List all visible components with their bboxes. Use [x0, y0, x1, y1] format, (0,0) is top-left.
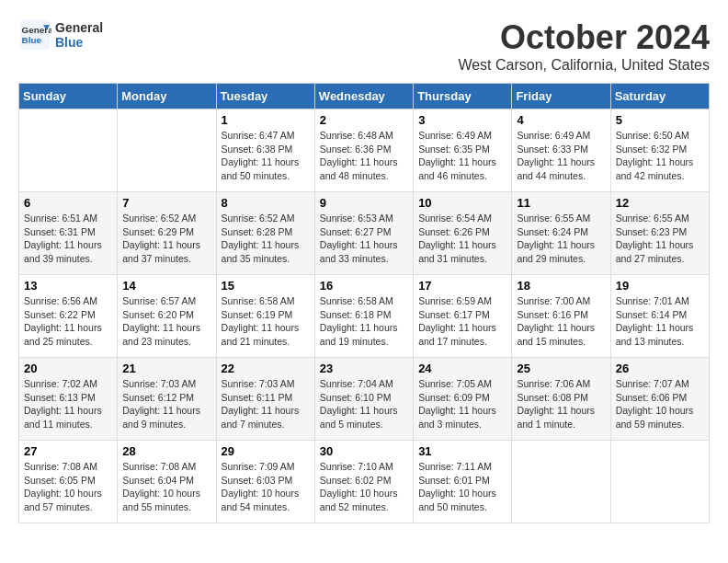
day-number: 25 [517, 362, 605, 375]
column-header-friday: Friday [512, 84, 610, 109]
day-number: 2 [320, 113, 408, 127]
day-number: 6 [24, 196, 112, 210]
day-cell: 24Sunrise: 7:05 AMSunset: 6:09 PMDayligh… [414, 358, 512, 441]
day-number: 21 [122, 362, 210, 375]
day-cell: 31Sunrise: 7:11 AMSunset: 6:01 PMDayligh… [414, 441, 512, 523]
day-number: 12 [616, 196, 704, 210]
day-cell [512, 441, 610, 523]
day-cell: 13Sunrise: 6:56 AMSunset: 6:22 PMDayligh… [19, 275, 118, 358]
day-number: 27 [24, 444, 112, 458]
day-cell: 26Sunrise: 7:07 AMSunset: 6:06 PMDayligh… [610, 358, 709, 441]
logo-icon: General Blue [18, 18, 51, 52]
day-cell: 18Sunrise: 7:00 AMSunset: 6:16 PMDayligh… [512, 275, 610, 358]
day-cell [118, 109, 216, 192]
day-cell: 1Sunrise: 6:47 AMSunset: 6:38 PMDaylight… [216, 109, 314, 192]
calendar-table: SundayMondayTuesdayWednesdayThursdayFrid… [18, 83, 710, 523]
day-number: 7 [122, 196, 210, 210]
day-cell: 11Sunrise: 6:55 AMSunset: 6:24 PMDayligh… [512, 192, 610, 275]
week-row-3: 13Sunrise: 6:56 AMSunset: 6:22 PMDayligh… [19, 275, 710, 358]
day-content: Sunrise: 7:04 AMSunset: 6:10 PMDaylight:… [320, 377, 408, 431]
day-content: Sunrise: 7:07 AMSunset: 6:06 PMDaylight:… [616, 377, 704, 431]
day-cell [19, 109, 118, 192]
day-content: Sunrise: 6:51 AMSunset: 6:31 PMDaylight:… [24, 212, 112, 266]
day-cell: 8Sunrise: 6:52 AMSunset: 6:28 PMDaylight… [216, 192, 314, 275]
day-number: 28 [122, 444, 210, 458]
day-cell: 28Sunrise: 7:08 AMSunset: 6:04 PMDayligh… [118, 441, 216, 523]
day-number: 26 [616, 362, 704, 375]
day-content: Sunrise: 7:08 AMSunset: 6:05 PMDaylight:… [24, 460, 112, 514]
day-number: 10 [418, 196, 506, 210]
day-number: 15 [222, 279, 310, 293]
day-content: Sunrise: 6:58 AMSunset: 6:19 PMDaylight:… [222, 294, 310, 349]
day-cell: 3Sunrise: 6:49 AMSunset: 6:35 PMDaylight… [414, 109, 512, 192]
day-number: 11 [517, 196, 605, 210]
column-header-thursday: Thursday [414, 84, 512, 109]
day-cell: 9Sunrise: 6:53 AMSunset: 6:27 PMDaylight… [314, 192, 413, 275]
day-cell: 30Sunrise: 7:10 AMSunset: 6:02 PMDayligh… [314, 441, 413, 523]
day-number: 16 [320, 279, 408, 293]
day-content: Sunrise: 7:03 AMSunset: 6:11 PMDaylight:… [222, 377, 310, 431]
day-cell: 14Sunrise: 6:57 AMSunset: 6:20 PMDayligh… [118, 275, 216, 358]
day-content: Sunrise: 6:52 AMSunset: 6:28 PMDaylight:… [222, 212, 310, 266]
day-number: 31 [418, 444, 506, 458]
day-content: Sunrise: 6:56 AMSunset: 6:22 PMDaylight:… [24, 294, 112, 349]
day-content: Sunrise: 6:52 AMSunset: 6:29 PMDaylight:… [122, 212, 210, 266]
column-header-tuesday: Tuesday [216, 84, 314, 109]
day-content: Sunrise: 7:03 AMSunset: 6:12 PMDaylight:… [122, 377, 210, 431]
day-cell: 7Sunrise: 6:52 AMSunset: 6:29 PMDaylight… [118, 192, 216, 275]
day-cell: 2Sunrise: 6:48 AMSunset: 6:36 PMDaylight… [314, 109, 413, 192]
day-cell: 6Sunrise: 6:51 AMSunset: 6:31 PMDaylight… [19, 192, 118, 275]
day-content: Sunrise: 6:48 AMSunset: 6:36 PMDaylight:… [320, 129, 408, 183]
day-content: Sunrise: 7:09 AMSunset: 6:03 PMDaylight:… [222, 460, 310, 514]
day-content: Sunrise: 7:08 AMSunset: 6:04 PMDaylight:… [122, 460, 210, 514]
day-number: 1 [222, 113, 310, 127]
day-content: Sunrise: 6:59 AMSunset: 6:17 PMDaylight:… [418, 294, 506, 349]
day-cell: 22Sunrise: 7:03 AMSunset: 6:11 PMDayligh… [216, 358, 314, 441]
day-content: Sunrise: 7:11 AMSunset: 6:01 PMDaylight:… [418, 460, 506, 514]
day-number: 8 [222, 196, 310, 210]
day-number: 29 [222, 444, 310, 458]
day-number: 30 [320, 444, 408, 458]
day-content: Sunrise: 6:58 AMSunset: 6:18 PMDaylight:… [320, 294, 408, 349]
logo-text: General Blue [55, 20, 103, 50]
day-content: Sunrise: 6:49 AMSunset: 6:35 PMDaylight:… [418, 129, 506, 183]
day-number: 3 [418, 113, 506, 127]
day-number: 24 [418, 362, 506, 375]
day-number: 20 [24, 362, 112, 375]
day-number: 14 [122, 279, 210, 293]
column-header-wednesday: Wednesday [314, 84, 413, 109]
svg-text:Blue: Blue [22, 35, 42, 45]
day-number: 19 [616, 279, 704, 293]
day-number: 22 [222, 362, 310, 375]
calendar-body: 1Sunrise: 6:47 AMSunset: 6:38 PMDaylight… [19, 109, 710, 523]
day-content: Sunrise: 6:55 AMSunset: 6:23 PMDaylight:… [616, 212, 704, 266]
day-cell: 19Sunrise: 7:01 AMSunset: 6:14 PMDayligh… [610, 275, 709, 358]
day-cell: 12Sunrise: 6:55 AMSunset: 6:23 PMDayligh… [610, 192, 709, 275]
logo: General Blue General Blue [18, 18, 103, 52]
day-content: Sunrise: 6:47 AMSunset: 6:38 PMDaylight:… [222, 129, 310, 183]
day-number: 17 [418, 279, 506, 293]
day-cell [610, 441, 709, 523]
day-content: Sunrise: 6:50 AMSunset: 6:32 PMDaylight:… [616, 129, 704, 183]
day-cell: 29Sunrise: 7:09 AMSunset: 6:03 PMDayligh… [216, 441, 314, 523]
week-row-2: 6Sunrise: 6:51 AMSunset: 6:31 PMDaylight… [19, 192, 710, 275]
day-cell: 25Sunrise: 7:06 AMSunset: 6:08 PMDayligh… [512, 358, 610, 441]
day-content: Sunrise: 6:53 AMSunset: 6:27 PMDaylight:… [320, 212, 408, 266]
day-content: Sunrise: 6:55 AMSunset: 6:24 PMDaylight:… [517, 212, 605, 266]
week-row-5: 27Sunrise: 7:08 AMSunset: 6:05 PMDayligh… [19, 441, 710, 523]
header: General Blue General Blue October 2024 W… [18, 18, 710, 74]
day-content: Sunrise: 6:54 AMSunset: 6:26 PMDaylight:… [418, 212, 506, 266]
day-content: Sunrise: 7:00 AMSunset: 6:16 PMDaylight:… [517, 294, 605, 349]
day-cell: 27Sunrise: 7:08 AMSunset: 6:05 PMDayligh… [19, 441, 118, 523]
day-content: Sunrise: 7:10 AMSunset: 6:02 PMDaylight:… [320, 460, 408, 514]
day-cell: 10Sunrise: 6:54 AMSunset: 6:26 PMDayligh… [414, 192, 512, 275]
column-header-saturday: Saturday [610, 84, 709, 109]
column-header-sunday: Sunday [19, 84, 118, 109]
day-number: 23 [320, 362, 408, 375]
day-cell: 21Sunrise: 7:03 AMSunset: 6:12 PMDayligh… [118, 358, 216, 441]
day-cell: 5Sunrise: 6:50 AMSunset: 6:32 PMDaylight… [610, 109, 709, 192]
day-cell: 16Sunrise: 6:58 AMSunset: 6:18 PMDayligh… [314, 275, 413, 358]
day-content: Sunrise: 7:02 AMSunset: 6:13 PMDaylight:… [24, 377, 112, 431]
day-cell: 15Sunrise: 6:58 AMSunset: 6:19 PMDayligh… [216, 275, 314, 358]
month-title: October 2024 [458, 18, 710, 57]
